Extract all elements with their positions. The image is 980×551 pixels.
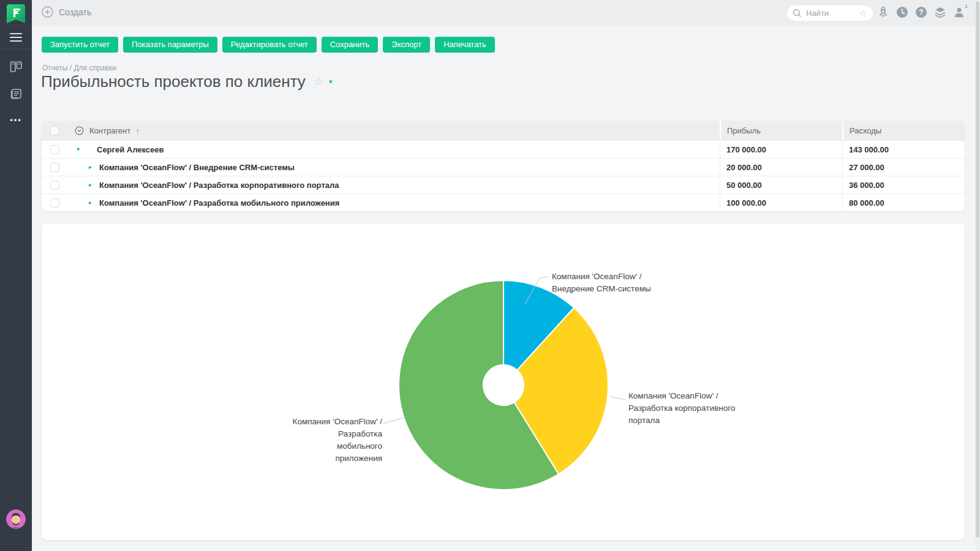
row-checkbox[interactable] (50, 181, 59, 190)
apps-layers-icon[interactable] (933, 4, 947, 20)
project-name[interactable]: Компания 'OceanFlow' / Разработка корпор… (67, 181, 339, 190)
title-dropdown-caret-icon[interactable]: ▾ (329, 78, 333, 86)
table-row[interactable]: ▸ Компания 'OceanFlow' / Внедрение CRM-с… (42, 158, 965, 176)
svg-text:?: ? (919, 8, 923, 17)
workspaces-icon (9, 60, 23, 73)
app-logo-icon[interactable] (6, 4, 26, 24)
sidebar-item-workspaces[interactable] (0, 58, 32, 76)
save-button[interactable]: Сохранить (322, 37, 379, 53)
expenses-value: 143 000.00 (842, 141, 965, 158)
scrollbar-thumb[interactable] (976, 1, 979, 538)
print-button[interactable]: Напечатать (435, 37, 495, 53)
column-header-profit[interactable]: Прибыль (720, 121, 842, 140)
profit-value: 50 000.00 (720, 176, 842, 193)
chart-label-crm: Компания 'OceanFlow' / Внедрение CRM-сис… (552, 271, 651, 295)
column-header-expenses[interactable]: Расходы (842, 121, 965, 140)
expand-row-icon[interactable]: ▸ (89, 199, 92, 206)
breadcrumb[interactable]: Отчеты / Для справки (42, 64, 116, 72)
report-table: Контрагент ↑ Прибыль Расходы ▾ Сергей Ал… (42, 121, 965, 211)
page-title-row: Прибыльность проектов по клиенту ☆ ▾ (41, 72, 333, 91)
export-button[interactable]: Экспорт (383, 37, 430, 53)
user-avatar[interactable] (6, 509, 26, 529)
sidebar-item-more[interactable]: ••• (0, 110, 32, 129)
table-row[interactable]: ▾ Сергей Алексеев 170 000.00 143 000.00 (42, 140, 965, 158)
online-users-icon[interactable]: 1 (952, 4, 966, 20)
chart-label-portal: Компания 'OceanFlow' / Разработка корпор… (628, 390, 735, 427)
row-checkbox[interactable] (50, 163, 59, 172)
edit-report-button[interactable]: Редактировать отчет (222, 37, 317, 53)
search-bar[interactable]: ☆ (787, 6, 873, 21)
create-button[interactable]: Создать (42, 6, 91, 18)
avatar-image (6, 509, 26, 529)
chart-label-mobile: Компания 'OceanFlow' / Разработка мобиль… (292, 416, 382, 465)
sidebar-item-news-feed[interactable] (0, 84, 32, 103)
favorite-star-icon[interactable]: ☆ (314, 75, 323, 88)
expand-row-icon[interactable]: ▸ (89, 163, 92, 170)
collapse-row-icon[interactable]: ▾ (77, 146, 80, 152)
table-row[interactable]: ▸ Компания 'OceanFlow' / Разработка корп… (42, 176, 965, 193)
topbar-icon-cluster: ? 1 (876, 4, 966, 20)
expenses-value: 36 000.00 (842, 176, 965, 193)
search-input[interactable] (806, 9, 859, 18)
online-users-count: 1 (965, 3, 968, 9)
profit-value: 20 000.00 (720, 159, 842, 176)
help-icon[interactable]: ? (914, 4, 928, 20)
plus-circle-icon (42, 6, 53, 18)
create-label: Создать (59, 7, 91, 17)
row-checkbox[interactable] (50, 198, 59, 208)
profit-value: 170 000.00 (720, 141, 842, 158)
row-checkbox[interactable] (50, 145, 59, 154)
table-row[interactable]: ▸ Компания 'OceanFlow' / Разработка моби… (42, 193, 965, 211)
recent-activity-clock-icon[interactable] (895, 4, 909, 20)
main-content: Запустить отчет Показать параметры Редак… (32, 26, 980, 551)
top-bar: Создать ☆ (32, 0, 980, 26)
expenses-value: 80 000.00 (842, 194, 965, 211)
run-report-button[interactable]: Запустить отчет (42, 37, 118, 53)
menu-hamburger-icon[interactable] (0, 26, 32, 49)
rocket-icon[interactable] (876, 4, 890, 20)
page-title: Прибыльность проектов по клиенту (41, 72, 306, 91)
column-header-contractor[interactable]: Контрагент (89, 126, 130, 135)
search-icon (793, 9, 802, 18)
report-toolbar: Запустить отчет Показать параметры Редак… (42, 37, 495, 53)
search-favorites-star-icon[interactable]: ☆ (859, 9, 867, 18)
profit-donut-chart: Компания 'OceanFlow' / Внедрение CRM-сис… (42, 223, 965, 540)
contractor-name[interactable]: Сергей Алексеев (67, 145, 164, 154)
news-feed-icon (9, 87, 23, 100)
expand-row-icon[interactable]: ▸ (89, 181, 92, 188)
table-header-row: Контрагент ↑ Прибыль Расходы (42, 121, 965, 140)
page-scrollbar (975, 0, 980, 551)
donut-svg (396, 277, 611, 493)
profit-value: 100 000.00 (720, 194, 842, 211)
field-settings-icon[interactable] (75, 126, 84, 135)
project-name[interactable]: Компания 'OceanFlow' / Разработка мобиль… (67, 198, 339, 208)
project-name[interactable]: Компания 'OceanFlow' / Внедрение CRM-сис… (67, 163, 295, 172)
more-ellipsis-icon: ••• (10, 115, 22, 124)
show-parameters-button[interactable]: Показать параметры (123, 37, 217, 53)
expenses-value: 27 000.00 (842, 159, 965, 176)
sort-ascending-icon: ↑ (135, 126, 140, 135)
sidebar: ••• (0, 0, 32, 551)
select-all-checkbox[interactable] (50, 126, 59, 135)
